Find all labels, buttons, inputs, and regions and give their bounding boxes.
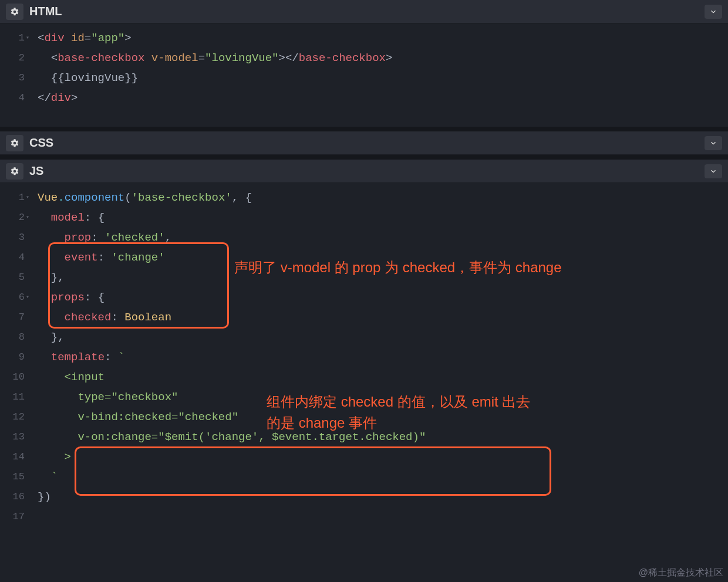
chevron-down-icon[interactable] xyxy=(705,136,722,150)
gutter-number: 3 xyxy=(0,68,28,88)
code-text[interactable]: Vue.component('base-checkbox', { xyxy=(28,188,252,208)
code-text[interactable]: template: ` xyxy=(28,347,124,367)
fold-arrow-icon[interactable]: ▾ xyxy=(26,208,29,228)
panel-divider xyxy=(0,155,728,160)
code-line[interactable]: 3 prop: 'checked', xyxy=(0,228,728,248)
gutter-number: 12 xyxy=(0,407,28,427)
gutter-number: 9 xyxy=(0,347,28,367)
code-line[interactable]: 7 checked: Boolean xyxy=(0,307,728,327)
gutter-number: 6▾ xyxy=(0,287,28,307)
gutter-number: 4 xyxy=(0,248,28,268)
code-line[interactable]: 9 template: ` xyxy=(0,347,728,367)
fold-arrow-icon[interactable]: ▾ xyxy=(26,188,29,208)
panel-title-css: CSS xyxy=(29,136,53,150)
gear-icon[interactable] xyxy=(6,163,23,180)
code-text[interactable]: <div id="app"> xyxy=(28,28,132,48)
code-line[interactable]: 15 ` xyxy=(0,467,728,487)
panel-divider xyxy=(0,127,728,131)
chevron-down-icon[interactable] xyxy=(705,5,722,19)
gutter-number: 15 xyxy=(0,467,28,487)
gutter-number: 1▾ xyxy=(0,28,28,48)
code-line[interactable]: 1▾<div id="app"> xyxy=(0,28,728,48)
gutter-number: 4 xyxy=(0,88,28,108)
gear-icon[interactable] xyxy=(6,4,23,20)
code-text[interactable]: v-bind:checked="checked" xyxy=(28,407,238,427)
gutter-number: 3 xyxy=(0,228,28,248)
gutter-number: 5 xyxy=(0,268,28,287)
code-text[interactable]: checked: Boolean xyxy=(28,307,171,327)
code-line[interactable]: 14 > xyxy=(0,447,728,467)
code-text[interactable]: ` xyxy=(28,467,58,487)
code-text[interactable]: model: { xyxy=(28,208,105,228)
gutter-number: 17 xyxy=(0,507,28,527)
code-text[interactable]: <input xyxy=(28,367,105,387)
gutter-number: 2▾ xyxy=(0,208,28,228)
panel-header-js: JS xyxy=(0,160,728,183)
code-text[interactable]: }) xyxy=(28,487,51,507)
code-text[interactable]: }, xyxy=(28,327,65,347)
code-text[interactable]: > xyxy=(28,447,71,467)
gutter-number: 2 xyxy=(0,48,28,68)
code-line[interactable]: 1▾Vue.component('base-checkbox', { xyxy=(0,188,728,208)
code-text[interactable]: props: { xyxy=(28,287,105,307)
panel-header-css: CSS xyxy=(0,131,728,155)
annotation-text-1: 声明了 v-model 的 prop 为 checked，事件为 change xyxy=(234,257,562,278)
js-code-editor[interactable]: 1▾Vue.component('base-checkbox', {2▾ mod… xyxy=(0,183,728,527)
panel-title-js: JS xyxy=(29,164,43,178)
code-line[interactable]: 8 }, xyxy=(0,327,728,347)
code-line[interactable]: 17 xyxy=(0,507,728,527)
gutter-number: 14 xyxy=(0,447,28,467)
code-text[interactable]: </div> xyxy=(28,88,77,108)
gutter-number: 13 xyxy=(0,427,28,447)
gutter-number: 7 xyxy=(0,307,28,327)
gutter-number: 11 xyxy=(0,387,28,407)
code-line[interactable]: 16}) xyxy=(0,487,728,507)
fold-arrow-icon[interactable]: ▾ xyxy=(26,287,29,307)
annotation-text-2-line2: 的是 change 事件 xyxy=(267,412,377,434)
code-text[interactable]: <base-checkbox v-model="lovingVue"></bas… xyxy=(28,48,392,68)
gutter-number: 10 xyxy=(0,367,28,387)
code-line[interactable]: 4</div> xyxy=(0,88,728,108)
gutter-number: 16 xyxy=(0,487,28,507)
watermark: @稀土掘金技术社区 xyxy=(639,567,723,579)
panel-title-html: HTML xyxy=(29,5,62,18)
code-line[interactable]: 2 <base-checkbox v-model="lovingVue"></b… xyxy=(0,48,728,68)
code-line[interactable]: 3 {{lovingVue}} xyxy=(0,68,728,88)
code-text[interactable]: }, xyxy=(28,268,65,287)
code-line[interactable]: 6▾ props: { xyxy=(0,287,728,307)
panel-header-html: HTML xyxy=(0,0,728,23)
code-text[interactable]: prop: 'checked', xyxy=(28,228,171,248)
code-line[interactable]: 2▾ model: { xyxy=(0,208,728,228)
gutter-number: 1▾ xyxy=(0,188,28,208)
code-text[interactable]: type="checkbox" xyxy=(28,387,178,407)
gutter-number: 8 xyxy=(0,327,28,347)
code-text[interactable]: {{lovingVue}} xyxy=(28,68,138,88)
code-text[interactable]: event: 'change' xyxy=(28,248,165,268)
html-code-editor[interactable]: 1▾<div id="app">2 <base-checkbox v-model… xyxy=(0,23,728,127)
chevron-down-icon[interactable] xyxy=(705,164,722,178)
fold-arrow-icon[interactable]: ▾ xyxy=(26,28,29,48)
code-line[interactable]: 10 <input xyxy=(0,367,728,387)
annotation-text-2-line1: 组件内绑定 checked 的值，以及 emit 出去 xyxy=(267,391,530,412)
gear-icon[interactable] xyxy=(6,135,23,151)
